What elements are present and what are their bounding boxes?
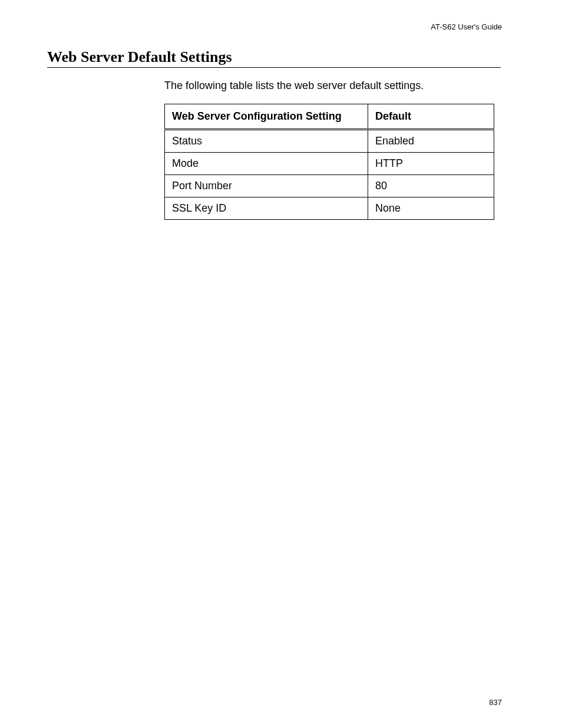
intro-text: The following table lists the web server…: [164, 80, 424, 92]
title-rule: [47, 67, 501, 68]
table-cell-default: HTTP: [368, 153, 494, 175]
table-cell-setting: Port Number: [165, 175, 368, 197]
section-title: Web Server Default Settings: [47, 48, 232, 66]
table-row: SSL Key ID None: [165, 197, 494, 220]
settings-table: Web Server Configuration Setting Default…: [164, 104, 494, 220]
table-row: Mode HTTP: [165, 153, 494, 175]
table-cell-default: 80: [368, 175, 494, 197]
header-guide-name: AT-S62 User's Guide: [431, 22, 502, 31]
table-cell-setting: Mode: [165, 153, 368, 175]
table-cell-default: Enabled: [368, 130, 494, 153]
table-header-default: Default: [368, 104, 494, 130]
table-row: Port Number 80: [165, 175, 494, 197]
table-header-row: Web Server Configuration Setting Default: [165, 104, 494, 130]
table-cell-setting: SSL Key ID: [165, 197, 368, 220]
table-row: Status Enabled: [165, 130, 494, 153]
page-number: 837: [489, 698, 502, 707]
table-cell-default: None: [368, 197, 494, 220]
table-cell-setting: Status: [165, 130, 368, 153]
table-header-setting: Web Server Configuration Setting: [165, 104, 368, 130]
